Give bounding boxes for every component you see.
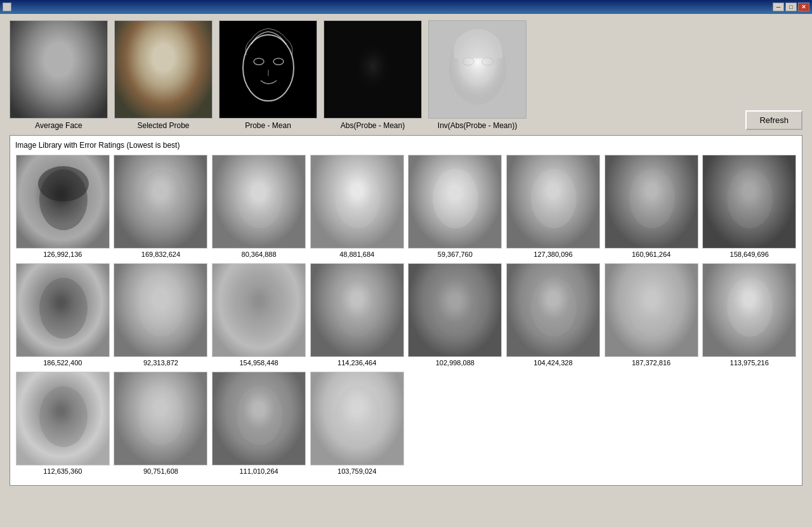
face-thumbnail[interactable] [16,263,110,357]
face-thumbnail[interactable] [702,155,796,249]
svg-point-39 [531,277,577,337]
svg-point-13 [38,166,89,202]
face-thumbnail[interactable] [702,263,796,357]
abs-probe-mean-svg [324,20,421,119]
close-button[interactable]: ✕ [798,3,809,11]
face-abs-probe-mean: Abs(Probe - Mean) [324,20,422,130]
face-thumbnail[interactable] [310,155,404,249]
svg-point-35 [335,277,381,337]
selected-probe-image [114,20,213,119]
selected-probe-label: Selected Probe [137,121,189,130]
title-bar-left [3,3,11,11]
list-item: 169,832,624 [114,155,209,258]
svg-point-37 [433,277,478,337]
face-thumbnail[interactable] [16,155,110,249]
minimize-button[interactable]: ─ [773,3,784,11]
score-value: 154,958,448 [239,359,278,367]
inv-abs-image [428,20,527,119]
abs-probe-mean-label: Abs(Probe - Mean) [341,121,405,130]
score-value: 80,364,888 [242,250,277,258]
inv-abs-label: Inv(Abs(Probe - Mean)) [438,121,517,130]
title-bar-controls[interactable]: ─ □ ✕ [773,3,809,11]
refresh-area: Refresh [745,110,802,130]
face-thumbnail[interactable] [212,372,306,465]
svg-point-27 [727,169,773,228]
face-thumbnail[interactable] [506,155,600,249]
app-icon [3,3,11,11]
list-item: 48,881,684 [310,155,405,258]
average-face-image [10,20,108,119]
list-item: 114,236,464 [310,263,405,367]
library-section: Image Library with Error Ratings (Lowest… [10,135,802,486]
svg-point-33 [237,277,282,337]
svg-point-47 [138,386,184,445]
score-value: 113,975,216 [730,359,769,367]
score-value: 158,649,696 [730,250,769,258]
score-value: 102,998,088 [436,359,475,367]
svg-point-15 [139,169,183,228]
abs-probe-mean-image [324,20,422,119]
svg-point-45 [39,386,88,447]
face-probe-mean: Probe - Mean [219,20,317,130]
score-value: 92,313,872 [143,359,178,367]
list-item: 186,522,400 [15,263,110,367]
list-item: 80,364,888 [211,155,306,258]
library-row-1: 126,992,136 169,832,624 80,364,888 48,88… [15,155,797,258]
svg-point-19 [335,169,381,228]
face-thumbnail[interactable] [408,263,502,357]
face-thumbnail[interactable] [114,155,207,249]
score-value: 104,424,328 [534,359,572,367]
score-value: 186,522,400 [43,359,82,367]
svg-point-23 [531,169,577,228]
score-value: 90,751,608 [143,467,178,475]
top-faces-row: Average Face Selected Probe [10,20,802,130]
face-thumbnail[interactable] [310,263,404,357]
face-average: Average Face [10,20,108,130]
face-thumbnail[interactable] [212,155,306,249]
svg-point-6 [346,35,400,105]
score-value: 111,010,264 [239,467,278,475]
probe-mean-svg [219,20,317,119]
maximize-button[interactable]: □ [785,3,797,11]
inv-abs-svg [429,20,526,119]
title-bar: ─ □ ✕ [0,0,812,14]
svg-point-49 [237,386,282,445]
list-item: 127,380,096 [506,155,601,258]
face-thumbnail[interactable] [114,372,207,465]
list-item: 90,751,608 [114,372,209,475]
score-value: 48,881,684 [339,250,374,258]
score-value: 160,961,264 [632,250,671,258]
face-inv-abs: Inv(Abs(Probe - Mean)) [428,20,527,130]
score-value: 114,236,464 [337,359,376,367]
list-item: 158,649,696 [702,155,797,258]
main-content: Average Face Selected Probe [0,14,812,492]
list-item: 160,961,264 [604,155,699,258]
library-row-3: 112,635,360 90,751,608 111,010,264 103,7… [15,372,797,475]
score-value: 126,992,136 [43,250,82,258]
list-item: 102,998,088 [408,263,503,367]
svg-point-43 [727,277,773,337]
svg-point-25 [629,169,675,228]
list-item: 103,759,024 [310,372,405,475]
score-value: 103,759,024 [337,467,376,475]
face-thumbnail[interactable] [310,372,404,465]
probe-mean-label: Probe - Mean [245,121,291,130]
refresh-button[interactable]: Refresh [745,110,802,130]
face-thumbnail[interactable] [114,263,207,357]
face-thumbnail[interactable] [16,372,110,465]
face-selected-probe: Selected Probe [114,20,213,130]
list-item: 126,992,136 [15,155,110,258]
library-row-2: 186,522,400 92,313,872 154,958,448 114,2… [15,263,797,367]
face-thumbnail[interactable] [212,263,306,357]
score-value: 112,635,360 [43,467,82,475]
score-value: 127,380,096 [534,250,572,258]
face-thumbnail[interactable] [605,263,698,357]
score-value: 169,832,624 [141,250,180,258]
face-thumbnail[interactable] [408,155,502,249]
svg-point-31 [138,277,184,337]
average-face-label: Average Face [35,121,82,130]
svg-point-29 [39,278,88,339]
face-thumbnail[interactable] [605,155,698,249]
score-value: 187,372,816 [632,359,671,367]
face-thumbnail[interactable] [506,263,600,357]
